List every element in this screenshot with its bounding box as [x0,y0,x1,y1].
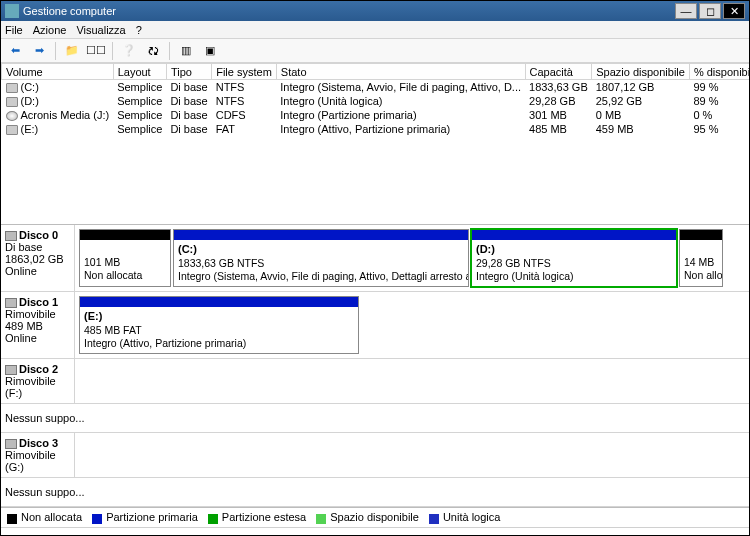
partition[interactable]: 101 MBNon allocata [79,229,171,287]
legend-logic: Unità logica [429,511,500,523]
partition-body: 14 MBNon allocat [680,240,722,285]
no-media-label: Nessun suppo... [1,404,749,432]
disk-label: Disco 0Di base1863,02 GBOnline [1,225,75,291]
partition[interactable]: 14 MBNon allocat [679,229,723,287]
swatch-logic [429,514,439,524]
disk-icon [5,231,17,241]
views-button[interactable]: ☐☐ [86,41,106,61]
disk-parts: (E:)485 MB FATIntegro (Attivo, Partizion… [75,292,749,358]
bottom-border [1,527,749,535]
col-layout[interactable]: Layout [113,64,166,80]
legend-free: Spazio disponibile [316,511,419,523]
table-row[interactable]: (D:)SempliceDi baseNTFSIntegro (Unità lo… [2,94,751,108]
disk-icon [5,365,17,375]
titlebar: Gestione computer — ◻ ✕ [1,1,749,21]
legend-prim: Partizione primaria [92,511,198,523]
col-free[interactable]: Spazio disponibile [592,64,690,80]
legend: Non allocata Partizione primaria Partizi… [1,507,749,527]
partition-stripe [80,297,358,307]
swatch-prim [92,514,102,524]
disk-row: Disco 2Rimovibile (F:) [1,359,749,404]
disk-row: Disco 3Rimovibile (G:) [1,433,749,478]
col-stato[interactable]: Stato [276,64,525,80]
separator [112,42,113,60]
disk-icon [5,439,17,449]
swatch-free [316,514,326,524]
drive-icon [6,111,18,121]
swatch-nonalloc [7,514,17,524]
toolbar: ⬅ ➡ 📁 ☐☐ ❔ 🗘 ▥ ▣ [1,39,749,63]
menu-visualizza[interactable]: Visualizza [76,24,125,36]
separator [169,42,170,60]
disk-parts: 101 MBNon allocata(C:)1833,63 GB NTFSInt… [75,225,749,291]
window-title: Gestione computer [23,5,673,17]
empty-space [1,136,749,223]
separator [55,42,56,60]
column-headers[interactable]: Volume Layout Tipo File system Stato Cap… [2,64,751,80]
partition[interactable]: (E:)485 MB FATIntegro (Attivo, Partizion… [79,296,359,354]
close-button[interactable]: ✕ [723,3,745,19]
no-media-label: Nessun suppo... [1,478,749,506]
drive-icon [6,97,18,107]
partition-body: 101 MBNon allocata [80,240,170,285]
disk-row-empty: Nessun suppo... [1,404,749,433]
explore-button[interactable]: 📁 [62,41,82,61]
partition-body: (E:)485 MB FATIntegro (Attivo, Partizion… [80,307,358,353]
table-row[interactable]: Acronis Media (J:)SempliceDi baseCDFSInt… [2,108,751,122]
partition-stripe [680,230,722,240]
partition-stripe [174,230,468,240]
col-volume[interactable]: Volume [2,64,114,80]
partition[interactable]: (D:)29,28 GB NTFSIntegro (Unità logica) [471,229,677,287]
swatch-ext [208,514,218,524]
legend-nonalloc: Non allocata [7,511,82,523]
partition-body: (D:)29,28 GB NTFSIntegro (Unità logica) [472,240,676,286]
disks-pane: Disco 0Di base1863,02 GBOnline101 MBNon … [1,224,749,507]
help-button[interactable]: ❔ [119,41,139,61]
drive-icon [6,125,18,135]
disk-label: Disco 1Rimovibile489 MBOnline [1,292,75,358]
partition-body: (C:)1833,63 GB NTFSIntegro (Sistema, Avv… [174,240,468,286]
col-tipo[interactable]: Tipo [166,64,211,80]
table-row[interactable]: (E:)SempliceDi baseFATIntegro (Attivo, P… [2,122,751,136]
disk-row-empty: Nessun suppo... [1,478,749,507]
col-pct[interactable]: % disponibile [689,64,750,80]
disk-row: Disco 0Di base1863,02 GBOnline101 MBNon … [1,225,749,292]
menu-azione[interactable]: Azione [33,24,67,36]
minimize-button[interactable]: — [675,3,697,19]
col-fs[interactable]: File system [212,64,277,80]
disk-label: Disco 3Rimovibile (G:) [1,433,75,477]
disk-icon [5,298,17,308]
volume-table: Volume Layout Tipo File system Stato Cap… [1,63,749,136]
tool1-button[interactable]: ▥ [176,41,196,61]
back-button[interactable]: ⬅ [5,41,25,61]
menu-file[interactable]: File [5,24,23,36]
menubar: File Azione Visualizza ? [1,21,749,39]
app-icon [5,4,19,18]
partition[interactable]: (C:)1833,63 GB NTFSIntegro (Sistema, Avv… [173,229,469,287]
refresh-button[interactable]: 🗘 [143,41,163,61]
partition-stripe [472,230,676,240]
disk-row: Disco 1Rimovibile489 MBOnline(E:)485 MB … [1,292,749,359]
maximize-button[interactable]: ◻ [699,3,721,19]
tool2-button[interactable]: ▣ [200,41,220,61]
col-cap[interactable]: Capacità [525,64,592,80]
partition-stripe [80,230,170,240]
legend-ext: Partizione estesa [208,511,306,523]
disk-label: Disco 2Rimovibile (F:) [1,359,75,403]
menu-help[interactable]: ? [136,24,142,36]
table-row[interactable]: (C:)SempliceDi baseNTFSIntegro (Sistema,… [2,80,751,95]
forward-button[interactable]: ➡ [29,41,49,61]
drive-icon [6,83,18,93]
